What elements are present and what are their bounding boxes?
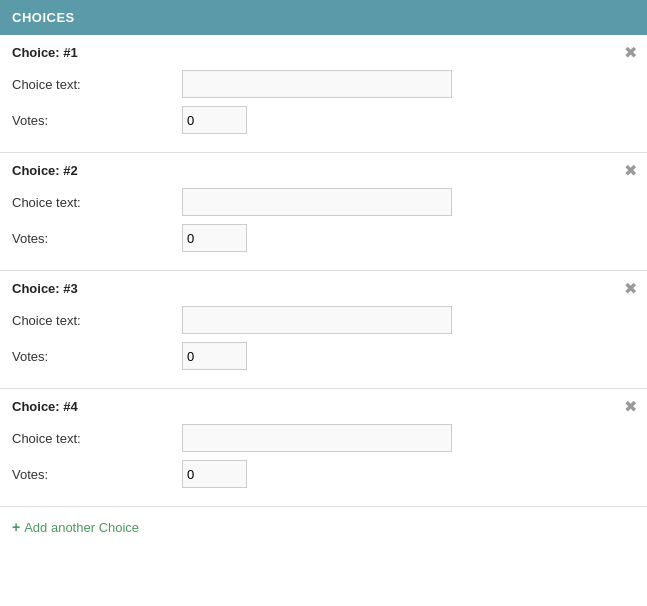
choice-text-input-3[interactable] [182,306,452,334]
remove-choice-3-button[interactable]: ✖ [624,281,637,297]
choice-text-label-4: Choice text: [12,431,182,446]
choice-text-label-1: Choice text: [12,77,182,92]
choice-title-3: Choice: #3 [12,281,635,296]
remove-choice-1-button[interactable]: ✖ [624,45,637,61]
choice-text-row-2: Choice text: [12,188,635,216]
add-choice-row: + Add another Choice [0,507,647,547]
choice-text-input-4[interactable] [182,424,452,452]
votes-input-1[interactable] [182,106,247,134]
votes-label-4: Votes: [12,467,182,482]
votes-row-4: Votes: [12,460,635,488]
choice-text-input-2[interactable] [182,188,452,216]
add-another-choice-button[interactable]: + Add another Choice [12,519,139,535]
votes-label-3: Votes: [12,349,182,364]
choices-container: Choice: #1 ✖ Choice text: Votes: Choice:… [0,35,647,507]
choice-title-2: Choice: #2 [12,163,635,178]
votes-row-2: Votes: [12,224,635,252]
choice-text-row-3: Choice text: [12,306,635,334]
votes-input-2[interactable] [182,224,247,252]
choice-block-1: Choice: #1 ✖ Choice text: Votes: [0,35,647,153]
choice-text-label-2: Choice text: [12,195,182,210]
add-choice-label: Add another Choice [24,520,139,535]
choice-text-input-1[interactable] [182,70,452,98]
choice-block-2: Choice: #2 ✖ Choice text: Votes: [0,153,647,271]
votes-input-4[interactable] [182,460,247,488]
choice-title-1: Choice: #1 [12,45,635,60]
choice-text-row-4: Choice text: [12,424,635,452]
votes-label-2: Votes: [12,231,182,246]
votes-row-3: Votes: [12,342,635,370]
votes-row-1: Votes: [12,106,635,134]
choice-text-label-3: Choice text: [12,313,182,328]
votes-input-3[interactable] [182,342,247,370]
remove-choice-2-button[interactable]: ✖ [624,163,637,179]
plus-icon: + [12,519,20,535]
votes-label-1: Votes: [12,113,182,128]
choice-block-3: Choice: #3 ✖ Choice text: Votes: [0,271,647,389]
choice-title-4: Choice: #4 [12,399,635,414]
choices-header: CHOICES [0,0,647,35]
remove-choice-4-button[interactable]: ✖ [624,399,637,415]
choice-text-row-1: Choice text: [12,70,635,98]
choice-block-4: Choice: #4 ✖ Choice text: Votes: [0,389,647,507]
